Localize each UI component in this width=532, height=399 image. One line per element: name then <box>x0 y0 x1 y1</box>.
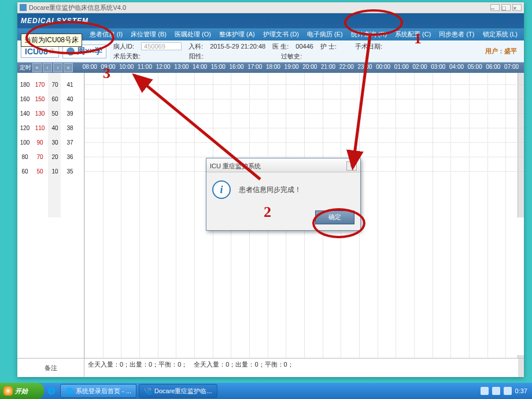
axis-hour: 14:00 <box>193 64 207 70</box>
scale-cell: 180 <box>17 82 32 88</box>
remark-label: 备注 <box>17 359 84 377</box>
scale-row: 80702036 <box>17 150 84 164</box>
menu-orders[interactable]: 医嘱处理 (O) <box>171 30 215 39</box>
scale-row: 60501035 <box>17 164 84 179</box>
postop-label: 术后天数: <box>113 52 141 61</box>
axis-hour: 21:00 <box>321 64 335 70</box>
menu-bed-mgmt[interactable]: 床位管理 (B) <box>127 30 171 39</box>
tray-icon[interactable] <box>504 387 512 395</box>
system-tray: 0:37 <box>481 387 532 395</box>
scale-cell: 40 <box>62 96 77 102</box>
axis-next[interactable]: › <box>53 63 62 72</box>
axis-hour: 03:00 <box>431 64 445 70</box>
axis-hour: 08:00 <box>83 64 97 70</box>
axis-hour: 19:00 <box>285 64 299 70</box>
menu-lock[interactable]: 锁定系统 (L) <box>479 30 522 39</box>
branding-bar: MEDICALSYSTEM <box>17 13 524 28</box>
window-titlebar: Docare重症监护临床信息系统V4.0 – □ × <box>17 2 524 13</box>
scale-cell: 140 <box>17 110 32 117</box>
scale-row: 1601506040 <box>17 92 84 106</box>
patient-id-field[interactable]: 450069 <box>141 42 182 50</box>
doctor-label: 医 生: <box>272 42 289 51</box>
clock: 0:37 <box>515 387 527 394</box>
scale-cell: 50 <box>32 168 47 175</box>
axis-prev-day[interactable]: « <box>32 63 42 72</box>
nurse-label: 护 士: <box>320 42 337 51</box>
y-axis-scales: 1801707041160150604014013050391201104038… <box>17 73 84 358</box>
scale-cell: 90 <box>32 139 47 146</box>
scale-cell: 50 <box>47 110 62 117</box>
scale-cell: 39 <box>62 110 77 117</box>
scale-cell: 40 <box>47 125 62 131</box>
axis-hour: 11:00 <box>138 64 152 70</box>
taskbar: 开始 🌐 🌐系统登录后首页 - ... 🩺Docare重症监护临... 0:37 <box>0 383 532 399</box>
axis-hour: 13:00 <box>174 64 189 70</box>
window-title: Docare重症监护临床信息系统V4.0 <box>29 3 126 12</box>
admit-label: 入科: <box>189 42 203 51</box>
axis-hour: 10:00 <box>119 64 134 70</box>
scale-row: 1201104038 <box>17 121 84 135</box>
start-button[interactable]: 开始 <box>0 383 44 399</box>
menu-stats[interactable]: 统计查询 (R) <box>347 30 391 39</box>
axis-hour: 06:00 <box>486 64 500 70</box>
allergy-label: 过敏史: <box>281 52 302 61</box>
scale-cell: 30 <box>47 139 62 146</box>
axis-prev[interactable]: ‹ <box>43 63 52 72</box>
bed-number-button[interactable]: ICU08床 <box>21 45 59 58</box>
axis-hour: 07:00 <box>504 64 519 70</box>
menu-config[interactable]: 系统配置 (C) <box>391 30 435 39</box>
axis-hour: 12:00 <box>156 64 171 70</box>
dialog-title: ICU 重症监护系统 <box>210 162 261 171</box>
menu-emr[interactable]: 电子病历 (E) <box>303 30 347 39</box>
dialog-close-button[interactable]: × <box>346 161 357 171</box>
axis-hour: 05:00 <box>468 64 482 70</box>
minimize-button[interactable]: – <box>490 4 500 11</box>
start-orb-icon <box>3 386 13 396</box>
scale-cell: 10 <box>47 168 62 175</box>
tray-icon[interactable] <box>481 387 489 395</box>
person-icon <box>66 47 75 56</box>
tray-icon[interactable] <box>492 387 500 395</box>
scale-cell: 70 <box>32 154 47 160</box>
menu-nursing[interactable]: 整体护理 (A) <box>215 30 259 39</box>
scale-cell: 60 <box>17 168 32 175</box>
task-docare[interactable]: 🩺Docare重症监护临... <box>139 384 217 398</box>
menu-sync[interactable]: 同步患者 (T) <box>435 30 478 39</box>
axis-hour: 20:00 <box>302 64 317 70</box>
scale-cell: 70 <box>47 82 62 88</box>
axis-hour: 18:00 <box>266 64 280 70</box>
patient-name[interactable]: 周××学 <box>62 45 106 58</box>
dialog-ok-button[interactable]: 确定 <box>315 210 354 224</box>
maximize-button[interactable]: □ <box>501 4 511 11</box>
admit-value: 2015-5-29 21:20:48 <box>210 43 265 50</box>
scale-cell: 160 <box>17 96 32 102</box>
axis-hour: 15:00 <box>211 64 226 70</box>
time-axis: 定时 « ‹ › » 08:0009:0010:0011:0012:0013:0… <box>17 62 524 73</box>
sync-complete-dialog: ICU 重症监护系统 × i 患者信息同步完成！ 确定 <box>206 158 361 231</box>
axis-left-label: 定时 <box>20 64 31 72</box>
brand-name: MEDICALSYSTEM <box>21 17 88 25</box>
scale-cell: 36 <box>62 154 77 160</box>
quicklaunch-ie-icon[interactable]: 🌐 <box>45 385 58 397</box>
doctor-value: 00446 <box>295 43 313 50</box>
app-icon <box>20 4 27 11</box>
scale-cell: 38 <box>62 125 77 131</box>
axis-hour: 02:00 <box>413 64 427 70</box>
patient-id-label: 病人ID: <box>113 42 134 51</box>
scale-cell: 100 <box>17 139 32 146</box>
axis-hour: 22:00 <box>339 64 354 70</box>
current-user: 用户：盛平 <box>485 40 524 62</box>
scale-cell: 20 <box>47 154 62 160</box>
menu-bar: 患者信息 (I) 床位管理 (B) 医嘱处理 (O) 整体护理 (A) 护理文书… <box>17 28 524 40</box>
scale-cell: 80 <box>17 154 32 160</box>
menu-nursing-doc[interactable]: 护理文书 (D) <box>259 30 303 39</box>
close-button[interactable]: × <box>512 4 522 11</box>
menu-patient-info[interactable]: 患者信息 (I) <box>86 30 127 39</box>
task-browser[interactable]: 🌐系统登录后首页 - ... <box>60 384 136 398</box>
scale-row: 1401305039 <box>17 106 84 121</box>
axis-hour: 17:00 <box>247 64 262 70</box>
remark-text: 全天入量：0；出量：0；平衡：0； 全天入量：0；出量：0；平衡：0； <box>84 359 524 377</box>
scale-row: 100903037 <box>17 135 84 150</box>
axis-next-day[interactable]: » <box>64 63 73 72</box>
remark-bar: 备注 全天入量：0；出量：0；平衡：0； 全天入量：0；出量：0；平衡：0； <box>17 358 524 377</box>
